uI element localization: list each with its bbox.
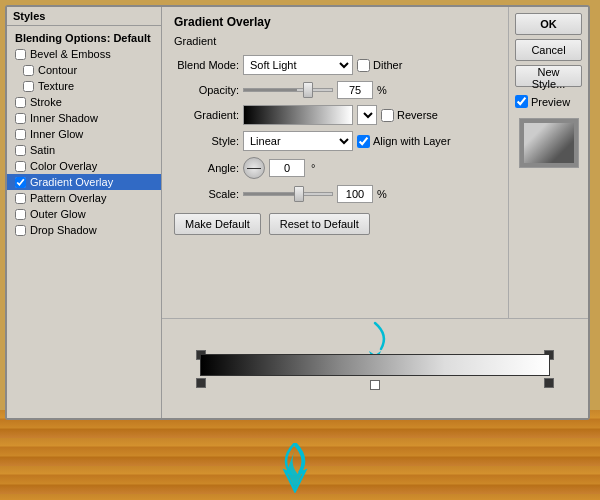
cancel-button[interactable]: Cancel: [515, 39, 582, 61]
inner-shadow-checkbox[interactable]: [15, 113, 26, 124]
style-row: Style: Linear Radial Angle Reflected Dia…: [174, 131, 496, 151]
align-with-layer-checkbox[interactable]: [357, 135, 370, 148]
panel-title: Gradient Overlay: [174, 15, 496, 29]
sidebar-item-drop-shadow[interactable]: Drop Shadow: [7, 222, 161, 238]
reverse-checkbox-label[interactable]: Reverse: [381, 109, 438, 122]
right-panel: Gradient Overlay Gradient Blend Mode: So…: [162, 7, 588, 418]
preview-checkbox[interactable]: [515, 95, 528, 108]
dither-checkbox-label[interactable]: Dither: [357, 59, 402, 72]
action-buttons-row: Make Default Reset to Default: [174, 213, 496, 235]
opacity-slider[interactable]: [243, 88, 333, 92]
sidebar-item-satin[interactable]: Satin: [7, 142, 161, 158]
sidebar-item-pattern-overlay[interactable]: Pattern Overlay: [7, 190, 161, 206]
bevel-emboss-checkbox[interactable]: [15, 49, 26, 60]
angle-label: Angle:: [174, 162, 239, 174]
reverse-checkbox[interactable]: [381, 109, 394, 122]
gradient-overlay-checkbox[interactable]: [15, 177, 26, 188]
style-label: Style:: [174, 135, 239, 147]
styles-left-panel: Styles Blending Options: Default Bevel &…: [7, 7, 162, 418]
ok-button[interactable]: OK: [515, 13, 582, 35]
scale-percent: %: [377, 188, 387, 200]
angle-dial[interactable]: [243, 157, 265, 179]
gradient-handle-br[interactable]: [544, 378, 554, 388]
make-default-button[interactable]: Make Default: [174, 213, 261, 235]
satin-checkbox[interactable]: [15, 145, 26, 156]
gradient-handle-bc[interactable]: [370, 380, 380, 390]
sidebar-item-color-overlay[interactable]: Color Overlay: [7, 158, 161, 174]
drop-shadow-checkbox[interactable]: [15, 225, 26, 236]
sidebar-item-outer-glow[interactable]: Outer Glow: [7, 206, 161, 222]
degree-symbol: °: [311, 162, 315, 174]
sidebar-item-contour[interactable]: Contour: [7, 62, 161, 78]
panel-subtitle: Gradient: [174, 35, 496, 47]
stroke-checkbox[interactable]: [15, 97, 26, 108]
blend-mode-select[interactable]: Soft Light Normal Multiply Overlay: [243, 55, 353, 75]
gradient-row: Gradient: ▼ Reverse: [174, 105, 496, 125]
scale-slider[interactable]: [243, 192, 333, 196]
opacity-percent: %: [377, 84, 387, 96]
blend-mode-label: Blend Mode:: [174, 59, 239, 71]
scale-slider-container: [243, 192, 333, 196]
new-style-button[interactable]: New Style...: [515, 65, 582, 87]
center-settings-panel: Gradient Overlay Gradient Blend Mode: So…: [162, 7, 508, 318]
gradient-bar-container: [190, 344, 560, 394]
styles-list: Blending Options: Default Bevel & Emboss…: [7, 26, 161, 242]
angle-row: Angle: °: [174, 157, 496, 179]
gradient-bar[interactable]: [200, 354, 550, 376]
main-content: Gradient Overlay Gradient Blend Mode: So…: [162, 7, 588, 318]
sidebar-item-inner-glow[interactable]: Inner Glow: [7, 126, 161, 142]
opacity-input[interactable]: [337, 81, 373, 99]
side-buttons-panel: OK Cancel New Style... Preview: [508, 7, 588, 318]
blend-mode-row: Blend Mode: Soft Light Normal Multiply O…: [174, 55, 496, 75]
gradient-dropdown[interactable]: ▼: [357, 105, 377, 125]
texture-checkbox[interactable]: [23, 81, 34, 92]
opacity-slider-container: [243, 88, 333, 92]
style-select[interactable]: Linear Radial Angle Reflected Diamond: [243, 131, 353, 151]
sidebar-item-blending-options[interactable]: Blending Options: Default: [7, 30, 161, 46]
reset-to-default-button[interactable]: Reset to Default: [269, 213, 370, 235]
scale-input[interactable]: [337, 185, 373, 203]
opacity-label: Opacity:: [174, 84, 239, 96]
angle-indicator: [247, 168, 261, 169]
gradient-preview-swatch[interactable]: [243, 105, 353, 125]
sidebar-item-gradient-overlay[interactable]: Gradient Overlay: [7, 174, 161, 190]
pattern-overlay-checkbox[interactable]: [15, 193, 26, 204]
preview-box: [519, 118, 579, 168]
scale-label: Scale:: [174, 188, 239, 200]
preview-label-row: Preview: [515, 95, 582, 108]
align-with-layer-label[interactable]: Align with Layer: [357, 135, 451, 148]
gradient-label: Gradient:: [174, 109, 239, 121]
layer-style-dialog: Styles Blending Options: Default Bevel &…: [5, 5, 590, 420]
sidebar-item-bevel-emboss[interactable]: Bevel & Emboss: [7, 46, 161, 62]
styles-panel-title: Styles: [7, 7, 161, 26]
contour-checkbox[interactable]: [23, 65, 34, 76]
sidebar-item-texture[interactable]: Texture: [7, 78, 161, 94]
outer-glow-checkbox[interactable]: [15, 209, 26, 220]
inner-glow-checkbox[interactable]: [15, 129, 26, 140]
canvas-area: [162, 318, 588, 418]
color-overlay-checkbox[interactable]: [15, 161, 26, 172]
gradient-handle-bl[interactable]: [196, 378, 206, 388]
sidebar-item-stroke[interactable]: Stroke: [7, 94, 161, 110]
bottom-arrow-indicator: [275, 443, 315, 495]
scale-row: Scale: %: [174, 185, 496, 203]
preview-inner-image: [524, 123, 574, 163]
opacity-row: Opacity: %: [174, 81, 496, 99]
angle-input[interactable]: [269, 159, 305, 177]
dither-checkbox[interactable]: [357, 59, 370, 72]
sidebar-item-inner-shadow[interactable]: Inner Shadow: [7, 110, 161, 126]
